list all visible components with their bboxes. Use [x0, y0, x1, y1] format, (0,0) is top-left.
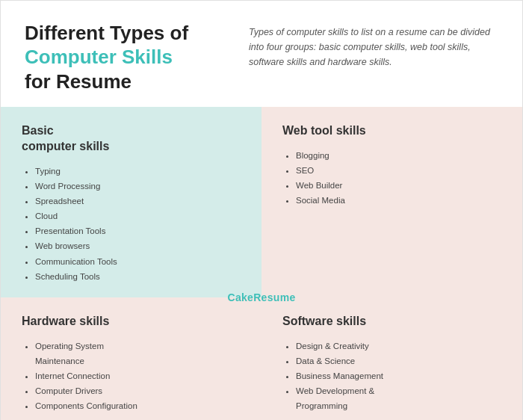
basic-computer-list: Typing Word Processing Spreadsheet Cloud…: [22, 164, 241, 284]
software-list: Design & Creativity Data & Science Busin…: [282, 339, 501, 414]
quadrant-basic-computer: Basiccomputer skills Typing Word Process…: [1, 107, 262, 297]
list-item: Word Processing: [35, 179, 241, 194]
person-illustration: [442, 410, 509, 420]
content-grid: Basiccomputer skills Typing Word Process…: [1, 107, 522, 420]
list-item: Operating SystemMaintenance: [35, 339, 241, 368]
quadrant-software: Software skills Design & Creativity Data…: [262, 297, 522, 420]
header-left: Different Types of Computer Skills for R…: [25, 22, 234, 93]
quadrant-web-tools: Web tool skills Blogging SEO Web Builder…: [262, 107, 522, 297]
title-line3: for Resume: [25, 70, 234, 93]
list-item: Business Management: [296, 368, 501, 383]
title-line1: Different Types of: [25, 22, 234, 45]
web-tools-title: Web tool skills: [282, 123, 501, 139]
software-title: Software skills: [282, 314, 501, 330]
quadrant-hardware: Hardware skills Operating SystemMaintena…: [1, 297, 262, 420]
basic-computer-title: Basiccomputer skills: [22, 123, 241, 155]
header-section: Different Types of Computer Skills for R…: [1, 1, 522, 107]
list-item: Web Builder: [296, 178, 501, 193]
header-right: Types of computer skills to list on a re…: [249, 22, 498, 70]
list-item: Typing: [35, 164, 241, 179]
list-item: Spreadsheet: [35, 194, 241, 209]
list-item: Scheduling Tools: [35, 269, 241, 284]
list-item: SEO: [296, 163, 501, 178]
main-container: Different Types of Computer Skills for R…: [0, 0, 523, 420]
list-item: Components Configuration: [35, 398, 241, 413]
hardware-list: Operating SystemMaintenance Internet Con…: [22, 339, 241, 414]
list-item: Communication Tools: [35, 254, 241, 269]
hardware-title: Hardware skills: [22, 314, 241, 330]
list-item: Blogging: [296, 148, 501, 163]
list-item: Computer Drivers: [35, 383, 241, 398]
web-tools-list: Blogging SEO Web Builder Social Media: [282, 148, 501, 209]
header-description: Types of computer skills to list on a re…: [249, 25, 498, 70]
list-item: Social Media: [296, 193, 501, 208]
list-item: Data & Science: [296, 353, 501, 368]
list-item: Web browsers: [35, 238, 241, 253]
list-item: Presentation Tools: [35, 223, 241, 238]
list-item: Cloud: [35, 209, 241, 223]
list-item: Design & Creativity: [296, 339, 501, 353]
list-item: Internet Connection: [35, 368, 241, 383]
list-item: Web Development &Programming: [296, 383, 501, 413]
title-line2: Computer Skills: [25, 45, 234, 70]
